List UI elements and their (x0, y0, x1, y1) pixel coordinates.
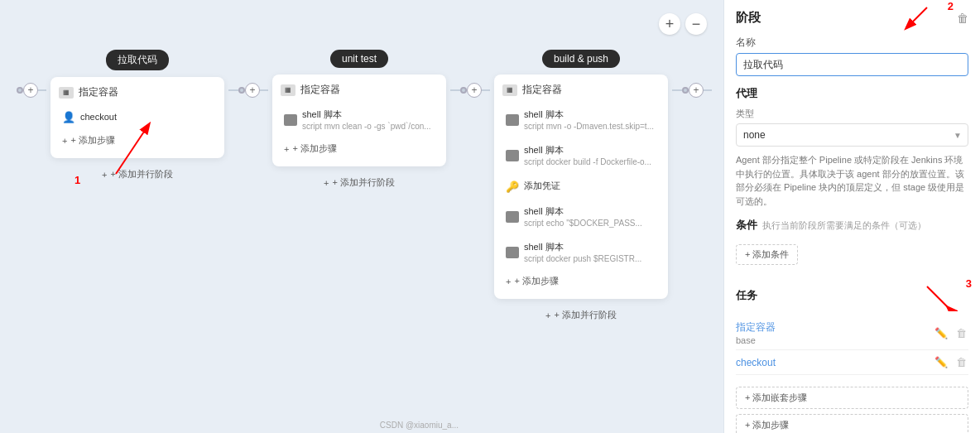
task2-edit-button[interactable]: ✏️ (933, 354, 949, 370)
cred-icon: 🔑 (506, 180, 519, 192)
stage3-block: build & push ▦ 指定容器 shell 脚本 script mvn … (490, 50, 672, 325)
connector-1-2: + (228, 83, 268, 98)
stage2-add-parallel-button[interactable]: + + 添加并行阶段 (317, 173, 401, 192)
stage3-step3-name: 添加凭证 (524, 180, 560, 192)
stage1-label[interactable]: 拉取代码 (106, 50, 169, 70)
stage3-add-parallel-button[interactable]: + + 添加并行阶段 (539, 306, 623, 325)
annotation-2: 2 (948, 0, 954, 12)
right-end-connector: + (672, 83, 712, 98)
task1-info: 指定容器 base (736, 320, 776, 345)
add-before-stage1-button[interactable]: + (23, 83, 38, 98)
left-start-connector: + (17, 83, 46, 98)
agent-type-label: 类型 (736, 108, 968, 120)
agent-type-wrapper: none any docker ▼ (736, 123, 968, 147)
stage3-step5[interactable]: shell 脚本 script docker push $REGISTR... (502, 236, 660, 268)
stage2-step1-sub: script mvn clean -o -gs `pwd`/con... (302, 122, 431, 131)
stage1-header-text: 指定容器 (79, 85, 118, 99)
svg-line-5 (927, 286, 948, 307)
task1-delete-button[interactable]: 🗑 (954, 325, 968, 341)
add-nested-step-button[interactable]: + 添加嵌套步骤 (736, 387, 968, 409)
add-after-stage3-button[interactable]: + (689, 83, 704, 98)
task2-actions: ✏️ 🗑 (933, 354, 968, 370)
task2-delete-button[interactable]: 🗑 (954, 354, 968, 370)
stage2-header: ▦ 指定容器 (281, 83, 438, 97)
shell-icon-s3-1 (506, 114, 519, 126)
stage2-card: ▦ 指定容器 shell 脚本 script mvn clean -o -gs … (272, 75, 446, 166)
panel-add-step-button[interactable]: + 添加步骤 (736, 414, 968, 433)
stage3-step4-name: shell 脚本 (524, 205, 642, 218)
stage3-card: ▦ 指定容器 shell 脚本 script mvn -o -Dmaven.te… (494, 75, 668, 299)
task2-name[interactable]: checkout (736, 357, 776, 368)
task2-info: checkout (736, 357, 776, 368)
stage2-header-text: 指定容器 (300, 83, 340, 97)
container-icon: ▦ (59, 87, 74, 99)
name-label: 名称 (736, 36, 968, 50)
checkout-name: checkout (80, 112, 117, 122)
conditions-section: 条件 执行当前阶段所需要满足的条件（可选） + 添加条件 (736, 218, 968, 265)
agent-title: 代理 (736, 86, 968, 101)
stages-container: + 拉取代码 ▦ 指定容器 👤 checkout (8, 41, 715, 325)
stage3-step1[interactable]: shell 脚本 script mvn -o -Dmaven.test.skip… (502, 103, 660, 136)
zoom-out-button[interactable]: − (685, 13, 707, 35)
panel-header: 阶段 🗑 (736, 10, 968, 26)
shell-icon1 (284, 114, 297, 126)
stage3-step5-name: shell 脚本 (524, 241, 641, 253)
add-between-2-3-button[interactable]: + (467, 83, 482, 98)
stage3-step1-name: shell 脚本 (524, 108, 654, 121)
stage3-step4[interactable]: shell 脚本 script echo "$DOCKER_PASS... (502, 200, 660, 233)
stage1-card: ▦ 指定容器 👤 checkout + + 添加步骤 (50, 77, 224, 158)
task2-item: checkout ✏️ 🗑 (736, 350, 968, 375)
container-icon2: ▦ (281, 84, 295, 96)
stage3-header: ▦ 指定容器 (502, 83, 660, 97)
shell-icon-s3-2 (506, 150, 519, 161)
agent-description: Agent 部分指定整个 Pipeline 或特定阶段在 Jenkins 环境中… (736, 153, 968, 208)
shell-icon-s3-5 (506, 247, 519, 258)
task1-edit-button[interactable]: ✏️ (933, 325, 949, 341)
stage1-header: ▦ 指定容器 (59, 85, 216, 99)
stage2-step1-name: shell 脚本 (302, 108, 431, 121)
conditions-desc: 执行当前阶段所需要满足的条件（可选） (762, 219, 926, 232)
pipeline-area: + − + 拉取代码 ▦ 指定容器 👤 c (0, 0, 723, 433)
tasks-header: 任务 3 (736, 288, 968, 310)
stage1-wrapper: 拉取代码 ▦ 指定容器 👤 checkout + + 添加步骤 (46, 50, 228, 184)
top-toolbar: + − (8, 13, 715, 35)
zoom-in-button[interactable]: + (659, 13, 680, 35)
watermark: CSDN @xiaomiu_a... (380, 421, 459, 430)
conditions-header: 条件 执行当前阶段所需要满足的条件（可选） (736, 218, 968, 239)
conn-dot2 (460, 87, 467, 94)
annotation-3: 3 (966, 277, 972, 290)
add-between-1-2-button[interactable]: + (245, 83, 260, 98)
panel-title: 阶段 (736, 10, 761, 26)
tasks-section: 任务 3 指定容器 base ✏️ (736, 288, 968, 375)
stage2-wrapper: unit test ▦ 指定容器 shell 脚本 script mvn cle… (268, 50, 450, 192)
stage2-block: unit test ▦ 指定容器 shell 脚本 script mvn cle… (268, 50, 450, 192)
stage1-add-step-button[interactable]: + + 添加步骤 (59, 131, 118, 150)
agent-type-select[interactable]: none any docker (736, 123, 968, 147)
connector-2-3: + (450, 83, 490, 98)
stage3-add-step-button[interactable]: + + 添加步骤 (502, 272, 562, 291)
add-condition-button[interactable]: + 添加条件 (736, 244, 798, 265)
stage3-step2-name: shell 脚本 (524, 144, 651, 156)
checkout-step[interactable]: 👤 checkout (59, 106, 216, 127)
stage3-step2[interactable]: shell 脚本 script docker build -f Dockerfi… (502, 139, 660, 171)
stage3-step5-sub: script docker push $REGISTR... (524, 254, 641, 263)
stage3-header-text: 指定容器 (522, 83, 562, 97)
right-panel: 阶段 🗑 2 名称 代理 类型 none any docker ▼ Agent … (723, 0, 980, 433)
task1-sub: base (736, 335, 776, 345)
stage2-step1[interactable]: shell 脚本 script mvn clean -o -gs `pwd`/c… (281, 103, 438, 136)
start-dot (17, 87, 23, 94)
stage3-label[interactable]: build & push (542, 50, 620, 68)
checkout-icon: 👤 (62, 111, 75, 123)
stage2-add-step-button[interactable]: + + 添加步骤 (281, 139, 340, 158)
conn-dot (238, 87, 245, 94)
stage3-step4-sub: script echo "$DOCKER_PASS... (524, 219, 642, 228)
task1-actions: ✏️ 🗑 (933, 325, 968, 341)
task1-name[interactable]: 指定容器 (736, 320, 776, 334)
panel-delete-button[interactable]: 🗑 (957, 12, 968, 25)
name-input[interactable] (736, 53, 968, 76)
stage1-add-parallel-button[interactable]: + + 添加并行阶段 (95, 165, 180, 184)
stage2-label[interactable]: unit test (330, 50, 388, 68)
stage3-step3[interactable]: 🔑 添加凭证 (502, 175, 660, 197)
tasks-title: 任务 (736, 288, 757, 303)
conditions-title: 条件 (736, 218, 757, 233)
